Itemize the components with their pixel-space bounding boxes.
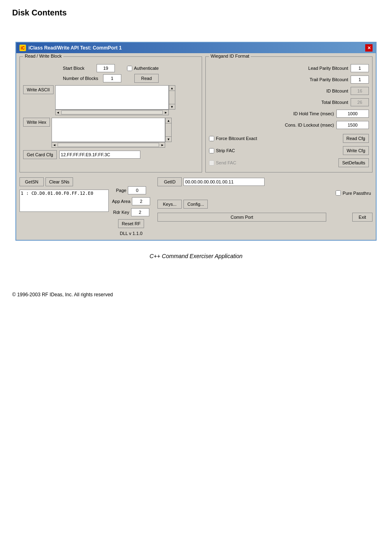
title-bar: iC iClass Read/Write API Test: CommPort … bbox=[16, 43, 376, 53]
get-card-cfg-button[interactable]: Get Card Cfg bbox=[23, 150, 57, 159]
dll-version-label: DLL v 1.1.0 bbox=[120, 231, 142, 236]
pure-passthru-checkbox[interactable] bbox=[336, 190, 341, 196]
write-hex-section: Write Hex ▲ ▼ ◄ ► bbox=[23, 118, 198, 148]
page-title: Disk Contents bbox=[12, 8, 380, 17]
hex-textarea[interactable] bbox=[52, 118, 165, 142]
comm-port-button[interactable]: Comm Port bbox=[157, 213, 326, 222]
id-hold-time-label: ID Hold Time (msec) bbox=[293, 111, 334, 116]
hex-scroll-down[interactable]: ▼ bbox=[165, 136, 172, 142]
reset-rf-row: Reset RF bbox=[112, 219, 150, 228]
id-value-input[interactable] bbox=[183, 178, 265, 186]
window-body: Read / Write Block Start Block Authentic… bbox=[16, 53, 376, 176]
pure-passthru-checkbox-label: Pure Passthru bbox=[336, 190, 371, 196]
rdr-key-input[interactable] bbox=[131, 208, 149, 216]
lead-parity-row: Lead Parity Bitcount bbox=[209, 64, 369, 72]
write-hex-button[interactable]: Write Hex bbox=[23, 118, 50, 127]
read-button[interactable]: Read bbox=[134, 74, 159, 83]
lead-parity-label: Lead Parity Bitcount bbox=[308, 66, 348, 71]
card-cfg-input[interactable] bbox=[59, 151, 140, 159]
hex-scroll-up[interactable]: ▲ bbox=[165, 118, 172, 123]
right-bottom: GetID Pure Passthru Keys... Config... Co… bbox=[157, 177, 373, 223]
start-block-input[interactable] bbox=[97, 64, 115, 72]
caption: C++ Command Exerciser Application bbox=[12, 253, 380, 259]
write-cfg-button[interactable]: Write Cfg bbox=[343, 146, 369, 155]
app-area-label: App Area bbox=[112, 199, 130, 204]
hex-textarea-with-scroll: ▲ ▼ bbox=[52, 118, 172, 142]
id-bitcount-row: ID Bitcount bbox=[209, 87, 369, 95]
config-button[interactable]: Config... bbox=[183, 200, 208, 209]
exit-button[interactable]: Exit bbox=[352, 213, 373, 222]
comm-exit-row: Comm Port Exit bbox=[157, 213, 373, 222]
read-cfg-button[interactable]: Read Cfg bbox=[343, 134, 369, 143]
strip-fac-checkbox[interactable] bbox=[209, 148, 214, 153]
read-write-panel-title: Read / Write Block bbox=[23, 54, 63, 58]
rdr-key-row: Rdr Key bbox=[112, 208, 150, 216]
force-bitcount-label: Force Bitcount Exact bbox=[216, 136, 257, 141]
app-area-input[interactable] bbox=[132, 197, 150, 205]
set-defaults-button[interactable]: SetDefaults bbox=[338, 158, 369, 167]
app-window: iC iClass Read/Write API Test: CommPort … bbox=[15, 42, 377, 241]
total-bitcount-input bbox=[351, 98, 369, 106]
ascii-hscroll[interactable]: ◄ ► bbox=[55, 110, 169, 115]
trail-parity-label: Trail Parity Bitcount bbox=[310, 77, 348, 82]
write-ascii-button[interactable]: Write ASCII bbox=[23, 85, 54, 94]
trail-parity-input[interactable] bbox=[351, 75, 369, 84]
cons-id-lockout-row: Cons. ID Lockout (msec) bbox=[209, 121, 369, 129]
close-button[interactable]: ✕ bbox=[365, 44, 373, 52]
window-title: iClass Read/Write API Test: CommPort 1 bbox=[28, 45, 122, 51]
lead-parity-input[interactable] bbox=[351, 64, 369, 72]
strip-fac-checkbox-label: Strip FAC bbox=[209, 148, 235, 153]
ascii-vscroll: ▲ ▼ bbox=[169, 85, 175, 110]
page-row: Page bbox=[112, 186, 150, 194]
send-fac-checkbox-label: Send FAC bbox=[209, 160, 236, 166]
write-ascii-section: Write ASCII ▲ ▼ ◄ ► bbox=[23, 85, 198, 115]
clear-sns-button[interactable]: Clear SNs bbox=[45, 177, 73, 186]
title-bar-left: iC iClass Read/Write API Test: CommPort … bbox=[19, 45, 122, 51]
strip-fac-label: Strip FAC bbox=[216, 148, 235, 153]
start-block-label: Start Block bbox=[63, 66, 84, 71]
get-id-row: GetID bbox=[157, 177, 373, 186]
cons-id-lockout-label: Cons. ID Lockout (msec) bbox=[285, 123, 334, 127]
ascii-textarea[interactable] bbox=[55, 85, 169, 110]
id-hold-time-row: ID Hold Time (msec) bbox=[209, 110, 369, 118]
ascii-textarea-with-scroll: ▲ ▼ bbox=[55, 85, 175, 110]
sn-area: GetSN Clear SNs 1 : CD.D0.01.00.F0.FF.12… bbox=[19, 177, 109, 212]
get-id-button[interactable]: GetID bbox=[157, 177, 182, 186]
ascii-scroll-down[interactable]: ▼ bbox=[169, 104, 175, 110]
authenticate-label: Authenticate bbox=[134, 66, 159, 71]
hex-vscroll: ▲ ▼ bbox=[165, 118, 172, 142]
get-sn-button[interactable]: GetSN bbox=[19, 177, 44, 186]
id-bitcount-input bbox=[351, 87, 369, 95]
sn-buttons-row: GetSN Clear SNs bbox=[19, 177, 109, 186]
wiegand-panel: Wiegand ID Format Lead Parity Bitcount T… bbox=[205, 56, 373, 172]
id-bitcount-label: ID Bitcount bbox=[326, 88, 348, 93]
authenticate-checkbox-label: Authenticate bbox=[127, 66, 159, 71]
cons-id-lockout-input[interactable] bbox=[336, 121, 369, 129]
page-info: Page App Area Rdr Key Reset RF DLL v 1.1… bbox=[112, 186, 150, 237]
authenticate-checkbox[interactable] bbox=[127, 66, 132, 71]
send-fac-label: Send FAC bbox=[216, 160, 236, 165]
force-bitcount-checkbox[interactable] bbox=[209, 136, 214, 141]
trail-parity-row: Trail Parity Bitcount bbox=[209, 75, 369, 84]
total-bitcount-label: Total Bitcount bbox=[321, 100, 348, 105]
reset-rf-button[interactable]: Reset RF bbox=[118, 219, 144, 228]
hex-textarea-wrapper: ▲ ▼ ◄ ► bbox=[52, 118, 172, 148]
page-input[interactable] bbox=[128, 186, 146, 194]
page-label: Page bbox=[116, 188, 127, 193]
bottom-section: GetSN Clear SNs 1 : CD.D0.01.00.F0.FF.12… bbox=[16, 176, 376, 240]
total-bitcount-row: Total Bitcount bbox=[209, 98, 369, 106]
id-hold-time-input[interactable] bbox=[336, 110, 369, 118]
footer: © 1996-2003 RF IDeas, Inc. All rights re… bbox=[12, 292, 380, 297]
app-icon: iC bbox=[19, 45, 26, 51]
dll-version-row: DLL v 1.1.0 bbox=[112, 231, 150, 236]
rdr-key-label: Rdr Key bbox=[113, 210, 129, 215]
sn-textarea[interactable]: 1 : CD.D0.01.00.F0.FF.12.E0 bbox=[19, 190, 109, 212]
send-fac-checkbox[interactable] bbox=[209, 160, 214, 166]
pure-passthru-row: Pure Passthru bbox=[157, 190, 373, 196]
keys-button[interactable]: Keys... bbox=[157, 200, 182, 209]
ascii-scroll-up[interactable]: ▲ bbox=[169, 85, 175, 91]
hex-hscroll[interactable]: ◄ ► bbox=[52, 142, 165, 148]
number-of-blocks-input[interactable] bbox=[103, 74, 121, 82]
app-area-row: App Area bbox=[112, 197, 150, 205]
wiegand-panel-title: Wiegand ID Format bbox=[209, 54, 251, 58]
